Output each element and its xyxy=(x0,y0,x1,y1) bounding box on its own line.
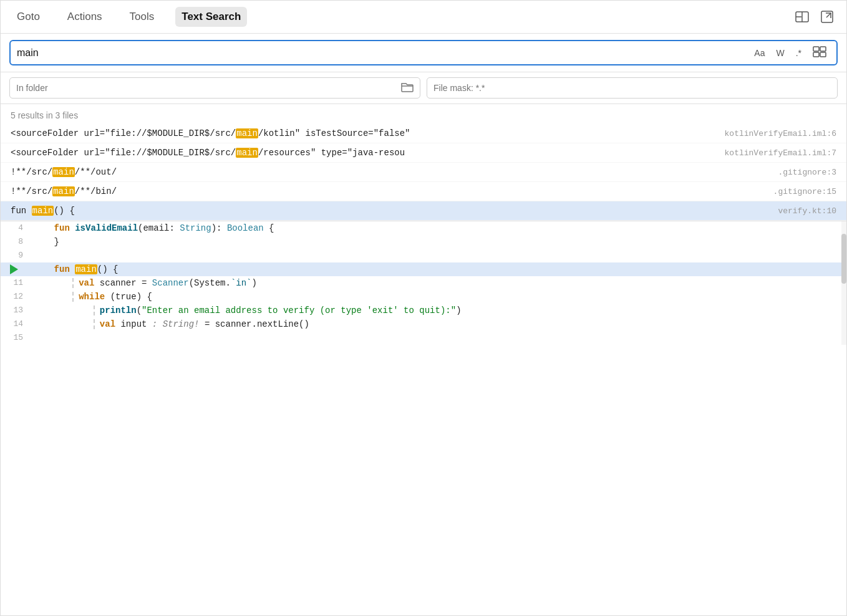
folder-input[interactable] xyxy=(16,83,396,93)
search-row: Aa W .* xyxy=(1,34,846,72)
result-file: .gitignore:15 xyxy=(773,187,836,196)
line-number xyxy=(1,264,33,274)
folder-filter-wrapper xyxy=(9,77,420,99)
result-file: kotlinVerifyEmail.iml:7 xyxy=(725,148,836,158)
actions-menu[interactable]: Actions xyxy=(61,7,109,27)
line-number: 13 xyxy=(1,306,33,315)
code-line-4: 4 fun isValidEmail(email: String): Boole… xyxy=(1,221,846,235)
result-row-selected[interactable]: fun main() { verify.kt:10 xyxy=(1,201,846,221)
result-text: <sourceFolder url="file://$MODULE_DIR$/s… xyxy=(11,148,715,158)
folder-browse-icon[interactable] xyxy=(401,81,414,95)
result-text: <sourceFolder url="file://$MODULE_DIR$/s… xyxy=(11,128,715,138)
line-content xyxy=(33,333,846,343)
result-row[interactable]: <sourceFolder url="file://$MODULE_DIR$/s… xyxy=(1,143,846,163)
tools-menu[interactable]: Tools xyxy=(123,7,161,27)
result-text: fun main() { xyxy=(11,206,768,216)
line-content: val input : String! = scanner.nextLine() xyxy=(33,319,846,329)
filter-row xyxy=(1,72,846,104)
line-content: } xyxy=(33,237,846,247)
results-list: <sourceFolder url="file://$MODULE_DIR$/s… xyxy=(1,124,846,221)
line-content: fun isValidEmail(email: String): Boolean… xyxy=(33,223,846,233)
line-content: fun main() { xyxy=(33,264,846,274)
code-line-8: 8 } xyxy=(1,235,846,249)
code-line-14: 14 val input : String! = scanner.nextLin… xyxy=(1,317,846,331)
search-input-wrapper: Aa W .* xyxy=(9,40,838,65)
results-count-label: 5 results in 3 files xyxy=(11,110,78,120)
run-icon[interactable] xyxy=(10,264,18,274)
result-text: !**/src/main/**/bin/ xyxy=(11,186,763,196)
file-mask-wrapper xyxy=(427,77,838,99)
file-mask-input[interactable] xyxy=(433,83,831,93)
line-content: while (true) { xyxy=(33,292,846,302)
code-line-12: 12 while (true) { xyxy=(1,290,846,304)
result-row[interactable]: !**/src/main/**/out/ .gitignore:3 xyxy=(1,163,846,182)
code-preview: 4 fun isValidEmail(email: String): Boole… xyxy=(1,221,846,345)
svg-rect-7 xyxy=(813,52,819,57)
line-number: 11 xyxy=(1,278,33,287)
result-file: verify.kt:10 xyxy=(778,206,836,216)
scrollbar-track[interactable] xyxy=(841,221,846,345)
svg-rect-5 xyxy=(813,47,819,51)
code-line-11: 11 val scanner = Scanner(System.`in`) xyxy=(1,276,846,290)
line-content: println("Enter an email address to verif… xyxy=(33,306,846,315)
result-file: kotlinVerifyEmail.iml:6 xyxy=(725,129,836,138)
search-input[interactable] xyxy=(17,47,745,59)
svg-rect-6 xyxy=(820,47,826,51)
regex-toggle[interactable]: .* xyxy=(792,47,805,59)
top-bar-actions xyxy=(793,7,836,26)
line-number: 14 xyxy=(1,319,33,329)
case-sensitive-toggle[interactable]: Aa xyxy=(750,47,768,59)
text-search-tab[interactable]: Text Search xyxy=(175,7,247,27)
code-line-10: fun main() { xyxy=(1,262,846,276)
structural-search-toggle[interactable] xyxy=(809,45,830,60)
svg-line-4 xyxy=(826,13,831,17)
scrollbar-thumb[interactable] xyxy=(841,234,846,284)
whole-word-toggle[interactable]: W xyxy=(772,47,788,59)
line-content: val scanner = Scanner(System.`in`) xyxy=(33,278,846,288)
line-number: 9 xyxy=(1,251,33,260)
result-text: !**/src/main/**/out/ xyxy=(11,167,768,177)
code-line-9: 9 xyxy=(1,249,846,262)
line-number: 15 xyxy=(1,333,33,342)
split-window-icon[interactable] xyxy=(793,7,811,26)
code-line-15: 15 xyxy=(1,331,846,345)
results-summary: 5 results in 3 files xyxy=(1,104,846,124)
result-row[interactable]: <sourceFolder url="file://$MODULE_DIR$/s… xyxy=(1,124,846,143)
popout-icon[interactable] xyxy=(818,7,836,26)
search-options: Aa W .* xyxy=(750,45,830,60)
line-content xyxy=(33,251,846,261)
svg-rect-8 xyxy=(820,52,826,57)
line-number: 4 xyxy=(1,223,33,233)
goto-menu[interactable]: Goto xyxy=(11,7,46,27)
result-file: .gitignore:3 xyxy=(778,168,836,177)
code-line-13: 13 println("Enter an email address to ve… xyxy=(1,304,846,317)
line-number: 12 xyxy=(1,292,33,301)
top-bar: Goto Actions Tools Text Search xyxy=(1,1,846,34)
result-row[interactable]: !**/src/main/**/bin/ .gitignore:15 xyxy=(1,182,846,201)
line-number: 8 xyxy=(1,237,33,246)
